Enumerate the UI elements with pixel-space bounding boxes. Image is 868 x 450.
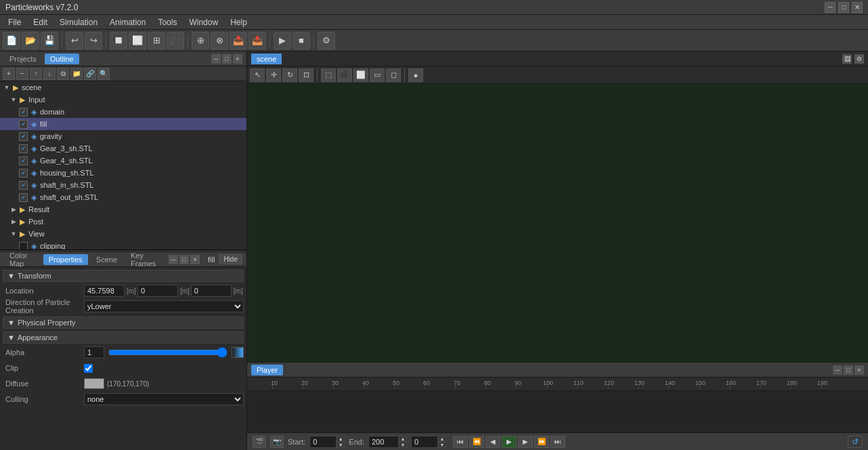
checkbox-domain[interactable]: ✓ <box>19 108 28 117</box>
tab-scene[interactable]: Scene <box>91 254 123 265</box>
end-down-button[interactable]: ▼ <box>399 442 407 448</box>
rotate-tool-button[interactable]: ↻ <box>282 68 297 82</box>
location-z-input[interactable] <box>191 285 232 297</box>
alpha-slider[interactable] <box>108 348 227 357</box>
direction-select[interactable]: yLower <box>84 300 244 312</box>
play-button[interactable]: ▶ <box>502 436 517 448</box>
end-input[interactable] <box>368 436 399 448</box>
view-perspective-vp-button[interactable]: ◻ <box>386 68 401 82</box>
open-button[interactable]: 📂 <box>22 32 39 49</box>
prev-button[interactable]: ◀ <box>485 436 500 448</box>
add-object-button[interactable]: ⊕ <box>192 32 209 49</box>
tab-projects[interactable]: Projects <box>4 54 42 64</box>
culling-select[interactable]: none <box>84 393 244 405</box>
next-button[interactable]: ▶ <box>518 436 533 448</box>
minimize-button[interactable]: ─ <box>825 2 836 13</box>
prop-panel-close-button[interactable]: × <box>190 255 200 264</box>
location-y-input[interactable] <box>137 285 178 297</box>
tree-item-gravity[interactable]: ✓ ◈ gravity <box>0 130 246 142</box>
frame-stepper[interactable]: ▲ ▼ <box>438 436 446 448</box>
prop-panel-float-button[interactable]: □ <box>179 255 189 264</box>
checkbox-gear3[interactable]: ✓ <box>19 144 28 153</box>
player-float-button[interactable]: □ <box>844 365 853 375</box>
frame-input[interactable] <box>411 436 438 448</box>
redo-button[interactable]: ↪ <box>85 32 102 49</box>
tree-item-result[interactable]: ▶ ▶ Result <box>0 203 246 216</box>
checkbox-shaft-in[interactable]: ✓ <box>19 181 28 190</box>
panel-pin-button[interactable]: ─ <box>211 54 221 64</box>
tree-toggle-result[interactable]: ▶ <box>9 205 18 213</box>
menu-window[interactable]: Window <box>183 16 223 28</box>
tree-toggle-scene[interactable]: ▼ <box>3 83 11 91</box>
end-stepper[interactable]: ▲ ▼ <box>399 436 407 448</box>
player-pin-button[interactable]: ─ <box>833 365 842 375</box>
tree-item-gear4[interactable]: ✓ ◈ Gear_4_sh.STL <box>0 155 246 167</box>
tree-item-shaft-in[interactable]: ✓ ◈ shaft_in_sh.STL <box>0 179 246 191</box>
tree-item-domain[interactable]: ✓ ◈ domain <box>0 106 246 118</box>
select-tool-button[interactable]: ↖ <box>250 68 265 82</box>
refresh-button[interactable]: ↺ <box>848 436 863 448</box>
end-up-button[interactable]: ▲ <box>399 436 407 442</box>
view-fit-button[interactable]: ⬚ <box>321 68 336 82</box>
camera-reset-button[interactable]: 🎥 <box>167 32 184 49</box>
checkbox-gravity[interactable]: ✓ <box>19 132 28 141</box>
run-simulation-button[interactable]: ▶ <box>274 32 291 49</box>
prev-frame-button[interactable]: ⏪ <box>469 436 484 448</box>
menu-file[interactable]: File <box>3 16 26 28</box>
tree-item-scene[interactable]: ▼ ▶ scene <box>0 81 246 94</box>
tree-toggle-post[interactable]: ▶ <box>9 218 18 226</box>
fit-all-button[interactable]: ⊞ <box>148 32 165 49</box>
scale-tool-button[interactable]: ⊡ <box>299 68 313 82</box>
panel-float-button[interactable]: □ <box>222 54 232 64</box>
outline-link-button[interactable]: 🔗 <box>84 68 96 80</box>
viewport-icon-button[interactable]: 🖼 <box>842 54 852 64</box>
tab-outline[interactable]: Outline <box>45 54 79 64</box>
settings-button[interactable]: ⚙ <box>318 32 335 49</box>
close-button[interactable]: ✕ <box>852 2 863 13</box>
tree-item-housing[interactable]: ✓ ◈ housing_sh.STL <box>0 167 246 179</box>
new-button[interactable]: 📄 <box>3 32 20 49</box>
view-front-button[interactable]: 🔲 <box>110 32 127 49</box>
checkbox-gear4[interactable]: ✓ <box>19 157 28 165</box>
first-frame-button[interactable]: ⏮ <box>453 436 468 448</box>
tab-colormap[interactable]: Color Map <box>4 251 41 269</box>
tree-item-gear3[interactable]: ✓ ◈ Gear_3_sh.STL <box>0 142 246 155</box>
import-button[interactable]: 📥 <box>230 32 247 49</box>
player-frame-type-button[interactable]: 🎬 <box>253 436 266 448</box>
undo-button[interactable]: ↩ <box>66 32 83 49</box>
stop-simulation-button[interactable]: ■ <box>292 32 310 49</box>
checkbox-shaft-out[interactable]: ✓ <box>19 193 28 202</box>
move-tool-button[interactable]: ✛ <box>266 68 281 82</box>
menu-animation[interactable]: Animation <box>104 16 151 28</box>
start-input[interactable] <box>309 436 337 448</box>
view-front-vp-button[interactable]: ⬜ <box>353 68 368 82</box>
save-button[interactable]: 💾 <box>41 32 58 49</box>
hide-button[interactable]: Hide <box>219 254 242 264</box>
delete-button[interactable]: ⊗ <box>211 32 228 49</box>
player-snapshot-button[interactable]: 📷 <box>270 436 284 448</box>
view-side-button[interactable]: ▭ <box>370 68 385 82</box>
outline-add-button[interactable]: + <box>3 68 15 80</box>
tab-properties[interactable]: Properties <box>43 254 88 265</box>
panel-close-button[interactable]: × <box>233 54 242 64</box>
start-down-button[interactable]: ▼ <box>337 442 345 448</box>
outline-up-button[interactable]: ↑ <box>30 68 42 80</box>
location-x-input[interactable] <box>84 285 125 297</box>
maximize-button[interactable]: □ <box>838 2 849 13</box>
start-up-button[interactable]: ▲ <box>337 436 345 442</box>
export-button[interactable]: 📤 <box>248 32 266 49</box>
player-timeline[interactable]: 10 20 30 40 50 60 70 80 90 100 110 120 <box>247 377 868 432</box>
tree-toggle-view[interactable]: ▼ <box>9 230 18 238</box>
next-frame-button[interactable]: ⏩ <box>534 436 549 448</box>
checkbox-housing[interactable]: ✓ <box>19 169 28 178</box>
player-tab[interactable]: Player <box>251 365 283 375</box>
tree-item-post[interactable]: ▶ ▶ Post <box>0 216 246 228</box>
shading-button[interactable]: ● <box>408 68 423 82</box>
outline-search-button[interactable]: 🔍 <box>97 68 110 80</box>
alpha-input[interactable] <box>84 346 104 359</box>
outline-folder-button[interactable]: 📁 <box>70 68 83 80</box>
outline-delete-button[interactable]: − <box>16 68 28 80</box>
outline-duplicate-button[interactable]: ⧉ <box>57 68 69 80</box>
player-close-button[interactable]: × <box>854 365 864 375</box>
viewport-settings-button[interactable]: ⚙ <box>854 54 864 64</box>
